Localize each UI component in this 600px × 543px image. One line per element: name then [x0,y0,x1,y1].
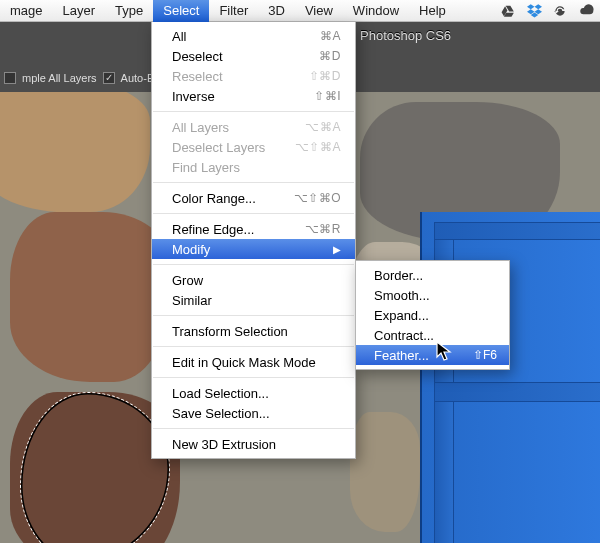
menu-item-transform-selection[interactable]: Transform Selection [152,321,355,341]
google-drive-icon[interactable] [500,3,516,19]
menu-3d[interactable]: 3D [258,0,295,22]
menu-separator [153,213,354,214]
dropbox-icon[interactable] [526,3,542,19]
menu-image[interactable]: mage [0,0,53,22]
menu-separator [153,264,354,265]
submenu-item-border[interactable]: Border... [356,265,509,285]
menu-item-all-layers: All Layers⌥⌘A [152,117,355,137]
select-menu-dropdown: All⌘A Deselect⌘D Reselect⇧⌘D Inverse⇧⌘I … [151,22,356,459]
menu-view[interactable]: View [295,0,343,22]
menu-item-load-selection[interactable]: Load Selection... [152,383,355,403]
menu-item-similar[interactable]: Similar [152,290,355,310]
menu-type[interactable]: Type [105,0,153,22]
submenu-item-expand[interactable]: Expand... [356,305,509,325]
mac-menubar: mage Layer Type Select Filter 3D View Wi… [0,0,600,22]
chevron-right-icon: ▶ [333,244,341,255]
auto-enhance-checkbox[interactable] [103,72,115,84]
sync-icon[interactable] [552,3,568,19]
submenu-item-contract[interactable]: Contract... [356,325,509,345]
menu-item-modify[interactable]: Modify▶ [152,239,355,259]
menu-help[interactable]: Help [409,0,456,22]
menubar-tray [500,3,600,19]
menu-separator [153,182,354,183]
menu-item-color-range[interactable]: Color Range...⌥⇧⌘O [152,188,355,208]
sample-all-layers-checkbox[interactable] [4,72,16,84]
menu-layer[interactable]: Layer [53,0,106,22]
menu-item-quick-mask[interactable]: Edit in Quick Mask Mode [152,352,355,372]
menu-item-refine-edge[interactable]: Refine Edge...⌥⌘R [152,219,355,239]
menu-filter[interactable]: Filter [209,0,258,22]
menu-item-deselect-layers: Deselect Layers⌥⇧⌘A [152,137,355,157]
menu-separator [153,315,354,316]
menu-item-new-3d-extrusion[interactable]: New 3D Extrusion [152,434,355,454]
app-title: Photoshop CS6 [360,28,451,43]
menu-item-deselect[interactable]: Deselect⌘D [152,46,355,66]
menu-item-reselect: Reselect⇧⌘D [152,66,355,86]
menu-separator [153,346,354,347]
menu-select[interactable]: Select [153,0,209,22]
menu-item-inverse[interactable]: Inverse⇧⌘I [152,86,355,106]
menu-item-find-layers: Find Layers [152,157,355,177]
menu-separator [153,111,354,112]
menu-separator [153,428,354,429]
sample-all-layers-label: mple All Layers [22,72,97,84]
menu-item-grow[interactable]: Grow [152,270,355,290]
menu-item-save-selection[interactable]: Save Selection... [152,403,355,423]
creative-cloud-icon[interactable] [578,3,594,19]
menu-window[interactable]: Window [343,0,409,22]
submenu-item-feather[interactable]: Feather...⇧F6 [356,345,509,365]
menu-item-all[interactable]: All⌘A [152,26,355,46]
menu-separator [153,377,354,378]
mouse-cursor-icon [436,341,454,366]
submenu-item-smooth[interactable]: Smooth... [356,285,509,305]
modify-submenu: Border... Smooth... Expand... Contract..… [355,260,510,370]
